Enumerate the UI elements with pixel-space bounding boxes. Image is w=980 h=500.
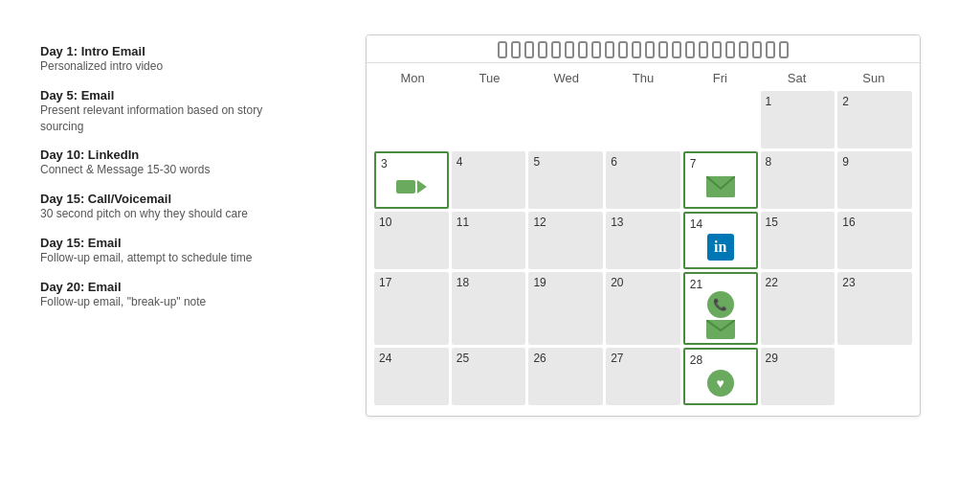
day-number: 6: [611, 155, 617, 169]
spiral: [645, 41, 655, 58]
calendar-cell: 8: [761, 151, 835, 209]
calendar-header-cell: Thu: [605, 67, 681, 89]
calendar-cell: [528, 91, 603, 148]
calendar-cell: 15: [761, 212, 835, 269]
day-title: Day 5: Email: [40, 88, 308, 102]
calendar-cell: [606, 91, 680, 148]
spiral: [725, 41, 735, 58]
day-number: 4: [457, 155, 463, 169]
calendar-row: 12: [374, 91, 912, 148]
video-icon: [396, 180, 427, 193]
calendar-cell: 27: [606, 348, 680, 405]
calendar-row: 1718192021📞 2223: [374, 272, 912, 345]
calendar-cell: 12: [528, 212, 603, 269]
calendar-cell: 28♥: [683, 348, 758, 405]
calendar-row: 2425262728♥29: [374, 348, 912, 405]
spiral: [565, 41, 574, 58]
linkedin-icon: in: [707, 234, 734, 261]
day-number: 27: [611, 352, 623, 365]
day-desc: Follow-up email, attempt to schedule tim…: [40, 250, 308, 266]
day-number: 15: [766, 216, 778, 229]
day-number: 19: [533, 276, 546, 289]
day-number: 29: [766, 352, 778, 365]
icon-wrap: ♥: [690, 367, 751, 399]
left-panel: Day 1: Intro Email Personalized intro vi…: [21, 34, 327, 333]
calendar: MonTueWedThuFriSatSun 1234567 8910111213…: [366, 34, 921, 417]
day-number: 5: [533, 155, 540, 169]
spiral: [591, 41, 601, 58]
spiral: [498, 41, 507, 58]
day-number: 25: [457, 352, 469, 365]
day-number: 9: [842, 155, 849, 169]
calendar-cell: 2: [837, 91, 912, 148]
calendar-header: MonTueWedThuFriSatSun: [367, 63, 920, 91]
spiral: [511, 41, 521, 58]
calendar-cell: 23: [837, 272, 912, 345]
day-number: 12: [533, 216, 546, 229]
icon-wrap: 📞: [690, 291, 751, 339]
calendar-row: 34567 89: [374, 151, 912, 209]
phone-icon: 📞: [707, 291, 734, 318]
day-item: Day 10: LinkedIn Connect & Message 15-30…: [40, 148, 308, 178]
spiral: [712, 41, 722, 58]
day-item: Day 15: Email Follow-up email, attempt t…: [40, 236, 308, 266]
calendar-cell: [683, 91, 758, 148]
calendar-cell: 21📞: [683, 272, 758, 345]
calendar-header-cell: Sun: [835, 67, 912, 89]
calendar-cell: 29: [761, 348, 835, 405]
day-number: 23: [842, 276, 855, 289]
envelope-icon: [706, 320, 735, 339]
calendar-cell: 9: [837, 151, 912, 209]
spiral: [699, 41, 708, 58]
day-number: 14: [690, 217, 702, 231]
spiral: [618, 41, 628, 58]
day-item: Day 15: Call/Voicemail 30 second pitch o…: [40, 192, 308, 222]
calendar-cell: 4: [452, 151, 526, 209]
spiral: [632, 41, 641, 58]
day-title: Day 20: Email: [40, 280, 308, 294]
spiral: [538, 41, 547, 58]
calendar-cell: 24: [374, 348, 449, 405]
main-container: Day 1: Intro Email Personalized intro vi…: [11, 15, 969, 485]
day-number: 20: [611, 276, 623, 289]
heart-icon: ♥: [707, 370, 734, 397]
calendar-cell: 22: [761, 272, 835, 345]
calendar-header-cell: Wed: [528, 67, 605, 89]
icon-wrap: in: [690, 231, 751, 263]
day-title: Day 10: LinkedIn: [40, 148, 308, 162]
calendar-cell: 16: [837, 212, 912, 269]
day-desc: Connect & Message 15-30 words: [40, 162, 308, 178]
envelope-icon: [706, 176, 735, 197]
day-number: 3: [381, 157, 388, 170]
day-number: 26: [533, 352, 546, 365]
spiral: [752, 41, 762, 58]
calendar-cell: 7: [683, 151, 758, 209]
calendar-wrap: MonTueWedThuFriSatSun 1234567 8910111213…: [327, 34, 959, 417]
calendar-cell: 11: [452, 212, 526, 269]
day-desc: Personalized intro video: [40, 58, 308, 75]
day-item: Day 20: Email Follow-up email, "break-up…: [40, 280, 308, 310]
day-title: Day 1: Intro Email: [40, 44, 308, 58]
calendar-cell: 10: [374, 212, 449, 269]
day-number: 11: [457, 216, 469, 229]
spiral: [779, 41, 789, 58]
day-number: 2: [842, 95, 849, 108]
day-number: 17: [379, 276, 391, 289]
calendar-cell: [374, 91, 449, 148]
calendar-header-cell: Fri: [681, 67, 758, 89]
calendar-cell: 19: [528, 272, 603, 345]
calendar-header-cell: Mon: [374, 67, 451, 89]
day-item: Day 1: Intro Email Personalized intro vi…: [40, 44, 308, 75]
calendar-cell: 14in: [683, 212, 758, 269]
day-desc: Follow-up email, "break-up" note: [40, 294, 308, 310]
day-number: 7: [690, 157, 697, 170]
day-number: 16: [842, 216, 855, 229]
day-number: 1: [766, 95, 772, 108]
calendar-cell: 26: [528, 348, 603, 405]
calendar-header-cell: Tue: [451, 67, 527, 89]
day-number: 10: [379, 216, 391, 229]
day-desc: Present relevant information based on st…: [40, 102, 308, 135]
spiral: [605, 41, 614, 58]
day-desc: 30 second pitch on why they should care: [40, 206, 308, 222]
day-number: 28: [690, 353, 702, 367]
